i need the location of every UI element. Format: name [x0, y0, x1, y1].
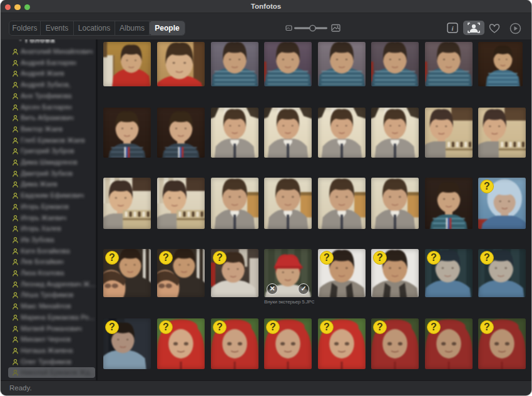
svg-text:i: i	[451, 24, 454, 32]
